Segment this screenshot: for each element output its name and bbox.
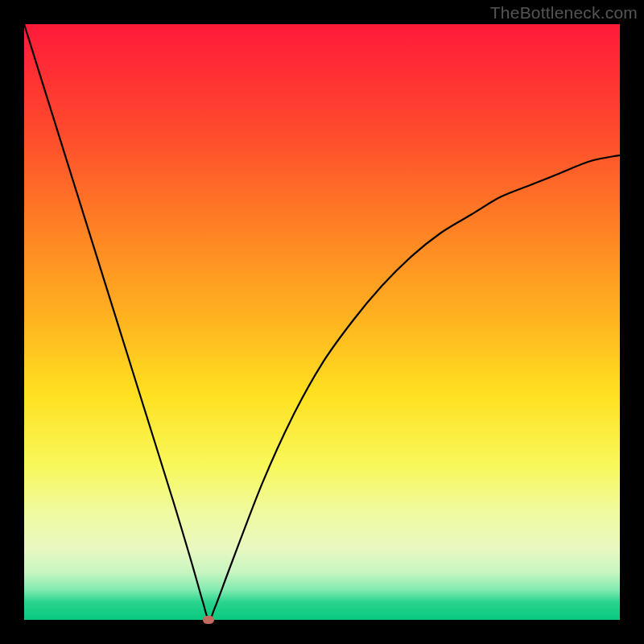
optimal-marker bbox=[203, 616, 214, 624]
chart-frame: TheBottleneck.com bbox=[0, 0, 644, 644]
plot-area bbox=[24, 24, 620, 620]
bottleneck-curve bbox=[24, 24, 620, 620]
watermark-text: TheBottleneck.com bbox=[490, 3, 638, 23]
